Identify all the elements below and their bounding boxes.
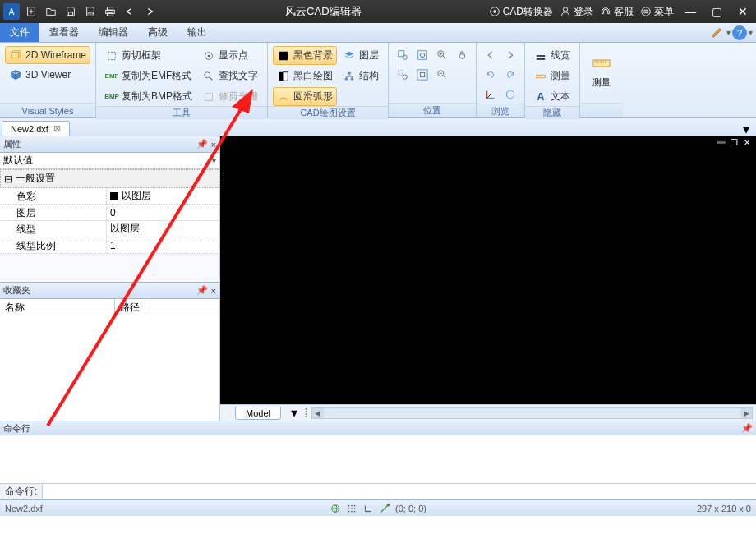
svg-point-40 <box>420 53 424 57</box>
svg-rect-15 <box>12 53 19 58</box>
structure-icon <box>343 70 356 83</box>
smooth-arc-button[interactable]: 圆滑弧形 <box>273 87 337 106</box>
status-grid-icon[interactable] <box>346 503 357 514</box>
bw-draw-button[interactable]: 黑白绘图 <box>273 67 337 85</box>
nav-forward-icon[interactable] <box>501 46 519 64</box>
zoom-all-icon[interactable] <box>413 66 431 84</box>
document-tab-dropdown[interactable]: ▾ <box>740 122 753 136</box>
browse-group-label: 浏览 <box>477 104 524 117</box>
viewer-3d-button[interactable]: 3D Viewer <box>5 66 90 84</box>
menu-file[interactable]: 文件 <box>0 23 39 42</box>
defaults-dropdown[interactable]: 默认值 <box>0 153 219 169</box>
redo-icon[interactable] <box>141 3 158 20</box>
model-tab-dropdown[interactable]: ▾ <box>288 407 301 420</box>
status-bar: New2.dxf (0; 0; 0) 297 x 210 x 0 <box>0 499 756 516</box>
document-tab[interactable]: New2.dxf ⊠ <box>2 121 70 136</box>
pan-icon[interactable] <box>453 46 471 64</box>
copy-emf-button[interactable]: EMF复制为EMF格式 <box>101 67 196 85</box>
property-row[interactable]: 线型比例1 <box>0 237 219 254</box>
property-row[interactable]: 线型以图层 <box>0 221 219 237</box>
menu-bar: 文件 查看器 编辑器 高级 输出 ▾ ? ▾ <box>0 23 756 43</box>
ucs-icon[interactable] <box>482 85 500 104</box>
view-cube-icon[interactable] <box>501 85 519 104</box>
support-link[interactable]: 客服 <box>600 5 634 19</box>
horizontal-scrollbar[interactable] <box>311 407 753 419</box>
structure-button[interactable]: 结构 <box>339 67 383 85</box>
status-globe-icon[interactable] <box>330 503 341 514</box>
find-text-button[interactable]: 查找文字 <box>198 67 262 85</box>
login-link[interactable]: 登录 <box>560 5 593 19</box>
point-icon <box>202 49 215 62</box>
document-tab-bar: New2.dxf ⊠ ▾ <box>0 118 756 136</box>
canvas-restore-icon[interactable]: ❐ <box>728 137 740 147</box>
measure-big-button[interactable]: 测量 <box>585 46 618 95</box>
svg-rect-3 <box>68 12 72 16</box>
measure-group-blank <box>580 103 623 117</box>
menu-output[interactable]: 输出 <box>177 23 217 42</box>
show-point-button[interactable]: 显示点 <box>198 46 262 65</box>
text-toggle-button[interactable]: A文本 <box>530 87 574 106</box>
favorites-col-path[interactable]: 路径 <box>115 299 145 315</box>
measure-toggle-button[interactable]: 测量 <box>530 67 574 85</box>
zoom-selected-icon[interactable] <box>394 66 412 84</box>
properties-close-icon[interactable]: × <box>211 140 216 150</box>
nav-back-icon[interactable] <box>482 46 500 64</box>
favorites-col-name[interactable]: 名称 <box>0 299 115 315</box>
commandline-pin-icon[interactable]: 📌 <box>741 423 753 434</box>
svg-rect-31 <box>345 77 348 80</box>
help-button[interactable]: ? <box>732 25 747 40</box>
cad-converter-link[interactable]: CAD转换器 <box>489 5 553 19</box>
close-button[interactable]: ✕ <box>733 2 753 21</box>
document-tab-close-icon[interactable]: ⊠ <box>53 123 61 134</box>
property-row[interactable]: 图层0 <box>0 205 219 221</box>
zoom-extents-icon[interactable] <box>413 46 431 64</box>
menu-editor[interactable]: 编辑器 <box>89 23 138 42</box>
save-icon[interactable] <box>62 3 79 20</box>
lineweight-icon <box>534 49 547 62</box>
clip-frame-button[interactable]: 剪切框架 <box>101 46 196 65</box>
rotate-right-icon[interactable] <box>501 66 519 84</box>
undo-icon[interactable] <box>122 3 138 20</box>
commandline-header: 命令行 📌 <box>0 421 756 435</box>
menu-link[interactable]: 菜单 <box>640 5 674 19</box>
property-section-general[interactable]: ⊟一般设置 <box>0 169 219 188</box>
trim-raster-button[interactable]: 修剪光栅 <box>198 87 262 106</box>
maximize-button[interactable]: ▢ <box>707 2 726 21</box>
wireframe-2d-button[interactable]: 2D Wireframe <box>5 46 90 64</box>
style-dropdown-icon[interactable] <box>708 25 725 41</box>
minimize-button[interactable]: — <box>680 2 700 21</box>
line-weight-button[interactable]: 线宽 <box>530 46 574 65</box>
properties-pin-icon[interactable]: 📌 <box>196 139 208 150</box>
print-icon[interactable] <box>102 3 118 20</box>
cad-settings-group-label: CAD绘图设置 <box>268 106 388 119</box>
visual-styles-group-label: Visual Styles <box>0 103 95 117</box>
property-row[interactable]: 色彩以图层 <box>0 188 219 205</box>
menu-viewer[interactable]: 查看器 <box>39 23 89 42</box>
commandline-input[interactable] <box>43 484 756 499</box>
search-icon <box>202 70 215 83</box>
copy-bmp-button[interactable]: BMP复制为BMP格式 <box>101 87 196 106</box>
svg-point-71 <box>348 504 350 506</box>
rotate-left-icon[interactable] <box>482 66 500 84</box>
canvas-minimize-icon[interactable]: ➖ <box>715 137 726 147</box>
menu-advanced[interactable]: 高级 <box>138 23 177 42</box>
open-file-icon[interactable] <box>43 3 59 20</box>
drawing-canvas[interactable] <box>220 148 756 404</box>
status-ortho-icon[interactable] <box>362 503 374 514</box>
zoom-window-icon[interactable] <box>394 46 412 64</box>
canvas-close-icon[interactable]: ✕ <box>741 137 753 147</box>
position-group-label: 位置 <box>389 103 476 117</box>
black-bg-button[interactable]: 黑色背景 <box>273 46 337 65</box>
layers-button[interactable]: 图层 <box>339 46 383 65</box>
status-snap-icon[interactable] <box>379 503 390 514</box>
black-bg-icon <box>277 49 290 62</box>
zoom-out-icon[interactable] <box>433 66 451 84</box>
new-file-icon[interactable] <box>23 3 39 20</box>
save-pdf-icon[interactable]: PDF <box>82 3 99 20</box>
svg-point-23 <box>208 54 210 57</box>
bmp-icon: BMP <box>105 90 118 104</box>
favorites-close-icon[interactable]: × <box>211 286 216 296</box>
model-tab[interactable]: Model <box>235 407 281 420</box>
zoom-in-icon[interactable] <box>433 46 451 64</box>
favorites-pin-icon[interactable]: 📌 <box>196 285 208 296</box>
